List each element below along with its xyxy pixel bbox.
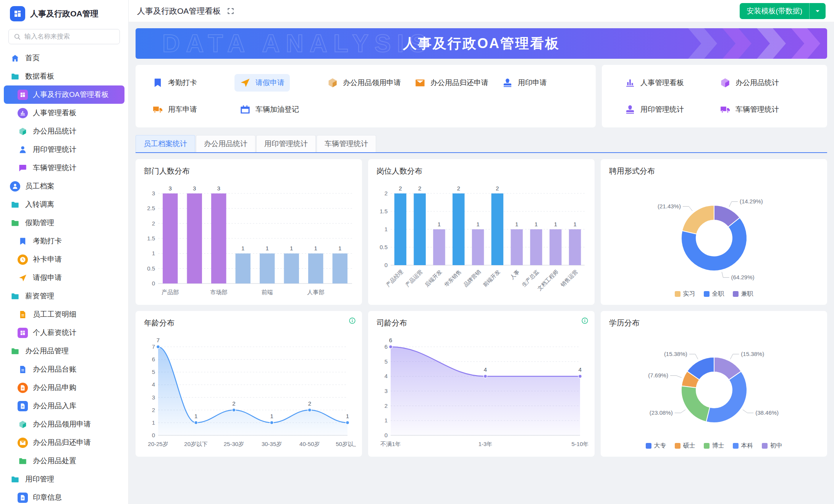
sidebar-item[interactable]: 薪资管理 (4, 287, 124, 305)
search-input[interactable] (24, 33, 115, 40)
tab-员工档案统计[interactable]: 员工档案统计 (136, 135, 195, 152)
quick-link[interactable]: 用印申请 (497, 74, 552, 92)
sidebar-item[interactable]: 车辆管理统计 (4, 159, 124, 177)
quick-link[interactable]: 办公用品领用申请 (322, 74, 406, 92)
chart-title: 司龄分布 (374, 318, 588, 328)
sidebar-item[interactable]: 印章信息 (4, 488, 124, 504)
quick-links-grid: 考勤打卡请假申请办公用品领用申请办公用品归还申请用印申请用车申请车辆加油登记 (147, 74, 584, 118)
svg-text:后端开发: 后端开发 (423, 269, 443, 288)
bar (414, 193, 425, 265)
sidebar-search[interactable] (8, 29, 120, 44)
sidebar-item[interactable]: 数据看板 (4, 67, 124, 85)
svg-text:1: 1 (384, 226, 387, 232)
legend-swatch (733, 443, 739, 449)
legend-swatch (704, 443, 710, 449)
svg-text:1: 1 (573, 221, 576, 227)
svg-text:1: 1 (241, 245, 244, 251)
content: DATA ANALYSIS 人事及行政OA管理看板 考勤打卡请假申请办公用品领用… (129, 22, 834, 463)
svg-text:7: 7 (152, 343, 155, 350)
tab-用印管理统计[interactable]: 用印管理统计 (256, 135, 316, 152)
sidebar-item[interactable]: 办公用品台账 (4, 360, 124, 378)
sidebar-item[interactable]: 补卡申请 (4, 250, 124, 269)
sidebar-item[interactable]: 人事及行政OA管理看板 (4, 85, 124, 104)
quick-link[interactable]: 办公用品归还申请 (409, 74, 494, 92)
sidebar-item[interactable]: 员工工资明细 (4, 305, 124, 324)
fullscreen-icon[interactable] (227, 7, 234, 15)
stat-link[interactable]: 用印管理统计 (619, 101, 689, 118)
svg-text:1: 1 (338, 245, 341, 251)
quick-link-label: 用车申请 (168, 105, 197, 114)
svg-text:2.5: 2.5 (147, 205, 155, 211)
install-template-button[interactable]: 安装模板(带数据) (740, 3, 826, 19)
tab-办公用品统计[interactable]: 办公用品统计 (196, 135, 255, 152)
legend-swatch (733, 291, 739, 297)
legend-item[interactable]: 全职 (704, 290, 724, 298)
sidebar-item-label: 入转调离 (25, 200, 54, 209)
sidebar-item[interactable]: 办公用品统计 (4, 122, 124, 140)
sidebar-item[interactable]: 办公用品入库 (4, 397, 124, 415)
sidebar-item[interactable]: 办公用品归还申请 (4, 433, 124, 452)
svg-text:3: 3 (384, 388, 387, 394)
svg-text:前端开发: 前端开发 (482, 269, 501, 288)
legend-swatch (762, 443, 768, 449)
label-line (730, 354, 739, 359)
sidebar-item[interactable]: 办公用品领用申请 (4, 415, 124, 433)
quick-link[interactable]: 考勤打卡 (147, 74, 202, 92)
folder-icon (11, 200, 19, 209)
sidebar-item[interactable]: 个人薪资统计 (4, 324, 124, 342)
stat-link-label: 办公用品统计 (735, 78, 779, 88)
quick-link[interactable]: 请假申请 (234, 74, 290, 92)
legend-swatch (675, 291, 680, 297)
legend-item[interactable]: 本科 (733, 442, 753, 450)
caret-down-icon[interactable] (809, 3, 826, 19)
sidebar-item[interactable]: 员工档案 (4, 177, 124, 195)
stat-link-label: 用印管理统计 (640, 105, 684, 114)
legend-label: 兼职 (741, 290, 753, 298)
chart-legend: 实习全职兼职 (675, 290, 753, 300)
svg-text:4: 4 (578, 366, 581, 373)
sidebar-item[interactable]: 用印管理 (4, 470, 124, 488)
sidebar-item[interactable]: 办公用品申购 (4, 378, 124, 397)
sidebar-item[interactable]: 请假申请 (4, 269, 124, 287)
sidebar-item[interactable]: 入转调离 (4, 195, 124, 214)
sidebar-item[interactable]: 首页 (4, 49, 124, 67)
sidebar-item[interactable]: 用印管理统计 (4, 140, 124, 159)
sidebar-item[interactable]: 办公用品管理 (4, 342, 124, 360)
sidebar-item-label: 用印管理统计 (33, 145, 76, 155)
sidebar-item[interactable]: 办公用品处置 (4, 452, 124, 470)
folder-icon (11, 219, 19, 227)
quick-link[interactable]: 车辆加油登记 (234, 101, 304, 118)
quick-link[interactable]: 用车申请 (147, 101, 202, 118)
chart-body: (21.43%)(64.29%)(14.29%)实习全职兼职 (607, 176, 821, 300)
chart-body: (15.38%)(7.69%)(23.08%)(38.46%)(15.38%)大… (607, 328, 821, 452)
person-icon (12, 183, 18, 190)
tab-车辆管理统计[interactable]: 车辆管理统计 (317, 135, 376, 152)
stat-link[interactable]: 车辆管理统计 (714, 101, 784, 118)
box-icon (18, 419, 28, 430)
legend-item[interactable]: 大专 (646, 442, 666, 450)
svg-text:2: 2 (496, 185, 499, 192)
chart-body: 00.511.522产品经理2产品运营1后端开发2华东销售1品牌营销2前端开发1… (374, 176, 588, 300)
svg-text:1: 1 (152, 250, 155, 256)
stat-link[interactable]: 人事管理看板 (619, 74, 689, 92)
bar (260, 253, 275, 283)
info-icon[interactable] (349, 317, 356, 324)
svg-text:1: 1 (265, 245, 268, 251)
donut-chart-employment-type: (21.43%)(64.29%)(14.29%) (607, 185, 821, 290)
legend-item[interactable]: 实习 (675, 290, 695, 298)
stat-link[interactable]: 办公用品统计 (714, 74, 784, 92)
svg-text:1.5: 1.5 (380, 208, 388, 214)
info-icon[interactable] (581, 317, 588, 324)
legend-item[interactable]: 博士 (704, 442, 724, 450)
truck-icon (720, 104, 731, 115)
sidebar-item[interactable]: 人事管理看板 (4, 104, 124, 122)
legend-item[interactable]: 初中 (762, 442, 782, 450)
legend-item[interactable]: 硕士 (675, 442, 695, 450)
chat-icon (18, 164, 27, 172)
sidebar-item[interactable]: 考勤打卡 (4, 232, 124, 250)
dashboard-icon (18, 328, 28, 338)
legend-item[interactable]: 兼职 (733, 290, 753, 298)
svg-text:0: 0 (152, 280, 155, 287)
sidebar-item-label: 车辆管理统计 (33, 163, 76, 173)
sidebar-item[interactable]: 假勤管理 (4, 214, 124, 232)
